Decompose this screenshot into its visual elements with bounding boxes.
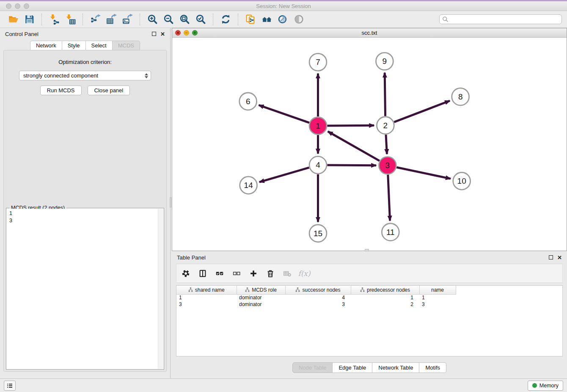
float-panel-icon[interactable] (152, 32, 156, 36)
graph-edge-1-2[interactable] (327, 125, 374, 126)
graph-edge-4-14[interactable] (259, 168, 309, 182)
column-header-4[interactable]: name (419, 286, 456, 294)
zoom-in-icon[interactable] (144, 13, 160, 26)
mcds-result-list[interactable]: 13 (7, 209, 158, 369)
selected-option-label: strongly connected component (23, 72, 98, 79)
table-cell[interactable]: 1 (176, 294, 237, 301)
table-panel-title: Table Panel (177, 254, 206, 261)
memory-label: Memory (539, 383, 559, 389)
table-panel-header: Table Panel ✕ (172, 251, 567, 263)
column-header-1[interactable]: MCDS role (237, 286, 285, 294)
graph-edge-3-10[interactable] (396, 167, 451, 179)
table-cell[interactable]: dominator (237, 294, 285, 301)
tab-network[interactable]: Network (30, 41, 62, 50)
delete-row-icon[interactable] (265, 268, 275, 279)
column-label: name (431, 287, 444, 293)
window-title: Session: New Session (0, 3, 567, 9)
memory-button[interactable]: Memory (528, 381, 563, 391)
network-view-window: ✕ − + scc.txt 7968124314101511 (172, 28, 567, 251)
clone-network-icon[interactable] (242, 13, 259, 26)
close-table-panel-icon[interactable]: ✕ (557, 255, 562, 260)
tab-motifs[interactable]: Motifs (419, 362, 446, 373)
table-cell[interactable]: 3 (419, 301, 456, 308)
add-column-icon[interactable] (248, 268, 259, 279)
split-columns-icon[interactable] (198, 268, 208, 279)
table-header-row: shared nameMCDS rolesuccessor nodesprede… (176, 286, 456, 294)
main-toolbar (0, 11, 567, 28)
zoom-fit-icon[interactable] (176, 13, 193, 26)
table-panel: Table Panel ✕ f(x) (172, 251, 567, 378)
search-field-wrap (439, 14, 562, 24)
tab-select[interactable]: Select (86, 41, 113, 50)
graph-node-label: 3 (385, 161, 390, 170)
table-cell[interactable]: 1 (419, 294, 456, 301)
graph-node-label: 2 (383, 121, 388, 130)
tab-edge-table[interactable]: Edge Table (333, 362, 372, 373)
toolbar-separator (140, 14, 140, 25)
gear-icon[interactable] (181, 268, 191, 279)
optimization-criterion-label: Optimization criterion: (4, 59, 166, 65)
graph-edge-4-3[interactable] (327, 165, 376, 166)
column-label: predecessor nodes (367, 287, 410, 293)
graph-edge-2-9[interactable] (385, 73, 385, 116)
export-network-icon[interactable] (87, 13, 103, 26)
network-window-title: scc.txt (172, 30, 567, 36)
float-table-panel-icon[interactable] (549, 255, 553, 259)
table-cell[interactable]: 4 (285, 294, 351, 301)
close-panel-button[interactable]: Close panel (88, 86, 130, 95)
graph-node-label: 14 (244, 181, 253, 190)
network-canvas[interactable]: 7968124314101511 (172, 38, 567, 251)
status-bar: Memory (0, 378, 567, 392)
table-body: 1dominator4113dominator323 (176, 294, 456, 308)
graph-edge-3-11[interactable] (388, 175, 390, 221)
task-history-button[interactable] (4, 381, 16, 391)
result-scrollbar[interactable] (158, 209, 163, 369)
unselect-all-columns-icon[interactable] (231, 268, 242, 279)
select-all-columns-icon[interactable] (215, 268, 225, 279)
save-session-icon[interactable] (21, 13, 37, 26)
table-cell[interactable]: 3 (176, 301, 237, 308)
graph-edge-3-1[interactable] (328, 131, 380, 160)
run-mcds-button[interactable]: Run MCDS (40, 86, 82, 95)
import-table-icon[interactable] (62, 13, 78, 26)
mcds-result-group: MCDS result (2 nodes) 13 (6, 208, 164, 370)
mcds-result-item[interactable]: 3 (9, 217, 155, 224)
column-header-3[interactable]: predecessor nodes (351, 286, 419, 294)
control-panel: Control Panel ✕ Network Style Select MCD… (0, 28, 171, 378)
network-window-titlebar: ✕ − + scc.txt (172, 28, 567, 38)
sort-tree-icon (360, 287, 365, 292)
export-image-icon[interactable] (119, 13, 135, 26)
mcds-result-item[interactable]: 1 (9, 210, 155, 217)
hide-selected-icon[interactable] (275, 13, 291, 26)
table-cell[interactable]: 1 (351, 294, 419, 301)
graph-node-label: 4 (316, 160, 320, 169)
tab-node-table[interactable]: Node Table (292, 362, 333, 373)
first-neighbors-icon[interactable] (259, 13, 275, 26)
graph-edge-1-6[interactable] (259, 105, 309, 123)
sort-tree-icon (188, 287, 193, 292)
table-cell[interactable]: dominator (237, 301, 285, 308)
graph-edge-2-8[interactable] (394, 101, 450, 122)
open-file-icon[interactable] (5, 13, 21, 26)
refresh-icon[interactable] (217, 13, 234, 26)
zoom-selected-icon[interactable] (193, 13, 209, 26)
column-label: shared name (195, 287, 225, 293)
table-cell[interactable]: 3 (285, 301, 351, 308)
search-input[interactable] (439, 14, 562, 24)
export-table-icon[interactable] (103, 13, 119, 26)
optimization-criterion-select[interactable]: strongly connected component (19, 71, 151, 80)
zoom-out-icon[interactable] (160, 13, 176, 26)
table-cell[interactable]: 2 (351, 301, 419, 308)
import-network-icon[interactable] (46, 13, 62, 26)
show-hidden-icon[interactable] (291, 13, 307, 26)
column-header-2[interactable]: successor nodes (285, 286, 351, 294)
column-header-0[interactable]: shared name (176, 286, 237, 294)
vertical-splitter-handle[interactable] (170, 197, 171, 207)
close-panel-icon[interactable]: ✕ (160, 31, 165, 37)
tab-mcds[interactable]: MCDS (113, 41, 140, 50)
graph-edge-2-3[interactable] (386, 135, 387, 154)
table-row: 3dominator323 (176, 301, 456, 308)
graph-node-label: 9 (383, 57, 387, 66)
tab-style[interactable]: Style (62, 41, 86, 50)
tab-network-table[interactable]: Network Table (372, 362, 419, 373)
